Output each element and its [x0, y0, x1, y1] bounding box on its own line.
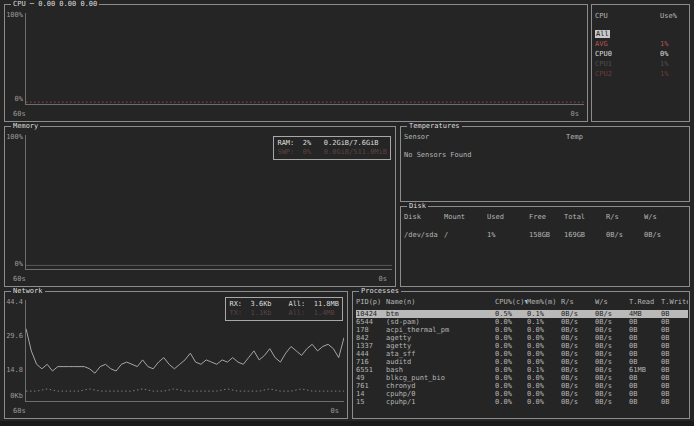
network-panel: Network 44.4 29.6 14.8 0Kb 60s 0s RX: 3.… [4, 291, 348, 419]
process-row[interactable]: 444ata_sff0.0%0.0%0B/s0B/s0B0B [356, 350, 688, 358]
process-cell-4: 0B/s [561, 398, 595, 406]
process-row[interactable]: 6544(sd-pam)0.0%0.1%0B/s0B/s0B0B [356, 318, 688, 326]
process-cell-5: 0B/s [595, 358, 629, 366]
temperatures-panel-title: Temperatures [407, 123, 462, 130]
process-row[interactable]: 842agetty0.0%0.0%0B/s0B/s0B0B [356, 334, 688, 342]
cpu-core-usage: 1% [660, 39, 689, 49]
cpu-legend-row-all[interactable]: All [595, 29, 689, 39]
disk-cell-2: 1% [487, 231, 529, 239]
network-y-label-3: 0Kb [6, 393, 23, 400]
process-cell-1: blkcg_punt_bio [386, 374, 495, 382]
process-cell-2: 0.0% [495, 326, 527, 334]
process-cell-7: 0B [661, 350, 688, 358]
rx-traffic-label: RX: 3.6Kb All: 11.8MB [229, 300, 339, 309]
memory-x-axis-right-label: 0s [379, 276, 387, 283]
network-y-label-0: 44.4 [6, 299, 23, 306]
process-cell-7: 0B [661, 326, 688, 334]
process-cell-3: 0.0% [527, 398, 561, 406]
btm-system-monitor: { "colors": { "bg": "#252525", "panel_bo… [0, 0, 694, 426]
cpu-legend-row-cpu2[interactable]: CPU21% [595, 69, 689, 79]
process-cell-6: 4MB [629, 310, 661, 318]
process-table-header: PID(p)Name(n)CPU%(c)▼Mem%(m)R/sW/sT.Read… [356, 298, 688, 306]
process-cell-6: 0B [629, 318, 661, 326]
process-row[interactable]: 49blkcg_punt_bio0.0%0.0%0B/s0B/s0B0B [356, 374, 688, 382]
process-cell-7: 0B [661, 342, 688, 350]
cpu-core-usage: 0% [660, 49, 689, 59]
process-row[interactable]: 761chronyd0.0%0.0%0B/s0B/s0B0B [356, 382, 688, 390]
process-cell-1: btm [386, 310, 495, 318]
process-cell-1: agetty [386, 334, 495, 342]
process-cell-5: 0B/s [595, 350, 629, 358]
process-row[interactable]: 1337agetty0.0%0.0%0B/s0B/s0B0B [356, 342, 688, 350]
process-cell-1: auditd [386, 358, 495, 366]
cpu-legend-row-avg[interactable]: AVG1% [595, 39, 689, 49]
process-cell-6: 0B [629, 326, 661, 334]
process-cell-0: 49 [356, 374, 386, 382]
process-cell-2: 0.0% [495, 358, 527, 366]
no-sensors-message: No Sensors Found [404, 151, 689, 159]
process-cell-1: agetty [386, 342, 495, 350]
process-row[interactable]: 178acpi_thermal_pm0.0%0.0%0B/s0B/s0B0B [356, 326, 688, 334]
process-header-3[interactable]: Mem%(m) [527, 298, 561, 306]
memory-legend: RAM: 2% 0.2GiB/7.6GiB SWP: 0% 0.0GiB/511… [273, 136, 391, 160]
process-cell-6: 0B [629, 374, 661, 382]
process-cell-0: 761 [356, 382, 386, 390]
process-cell-4: 0B/s [561, 374, 595, 382]
process-cell-4: 0B/s [561, 334, 595, 342]
process-header-2[interactable]: CPU%(c)▼ [495, 298, 527, 306]
process-cell-2: 0.0% [495, 342, 527, 350]
process-row[interactable]: 10424btm0.5%0.1%0B/s0B/s4MB0B [356, 310, 688, 318]
process-cell-4: 0B/s [561, 358, 595, 366]
process-header-7[interactable]: T.Write [661, 298, 688, 306]
cpu-core-name: CPU2 [595, 69, 660, 79]
cpu-legend-panel: CPU Use% AllAVG1%CPU00%CPU11%CPU21% [591, 4, 690, 122]
process-row[interactable]: 14cpuhp/00.0%0.0%0B/s0B/s0B0B [356, 390, 688, 398]
cpu-x-axis-right-label: 0s [571, 111, 579, 118]
processes-panel: Processes PID(p)Name(n)CPU%(c)▼Mem%(m)R/… [352, 291, 690, 419]
process-cell-5: 0B/s [595, 318, 629, 326]
temperatures-header-sensor: Sensor [404, 133, 566, 141]
process-cell-6: 0B [629, 334, 661, 342]
process-header-6[interactable]: T.Read [629, 298, 661, 306]
tx-traffic-label: TX: 1.1Kb All: 1.4MB [229, 309, 339, 318]
process-cell-4: 0B/s [561, 382, 595, 390]
disk-header-5: R/s [606, 213, 644, 221]
process-row[interactable]: 15cpuhp/10.0%0.0%0B/s0B/s0B0B [356, 398, 688, 406]
memory-x-axis-left-label: 60s [13, 276, 26, 283]
cpu-legend-row-cpu0[interactable]: CPU00% [595, 49, 689, 59]
process-cell-7: 0B [661, 318, 688, 326]
process-cell-4: 0B/s [561, 326, 595, 334]
disk-cell-3: 158GB [529, 231, 564, 239]
disk-row[interactable]: /dev/sda/1%158GB169GB0B/s0B/s [404, 231, 689, 239]
process-header-4[interactable]: R/s [561, 298, 595, 306]
ram-usage-label: RAM: 2% 0.2GiB/7.6GiB [277, 139, 387, 148]
process-header-1[interactable]: Name(n) [386, 298, 495, 306]
cpu-legend-rows: AllAVG1%CPU00%CPU11%CPU21% [595, 29, 689, 79]
process-cell-3: 0.0% [527, 374, 561, 382]
process-cell-5: 0B/s [595, 342, 629, 350]
cpu-core-name: AVG [595, 39, 660, 49]
process-row[interactable]: 6551bash0.0%0.1%0B/s0B/s61MB0B [356, 366, 688, 374]
process-cell-5: 0B/s [595, 382, 629, 390]
process-row[interactable]: 716auditd0.0%0.0%0B/s0B/s0B0B [356, 358, 688, 366]
cpu-legend-row-cpu1[interactable]: CPU11% [595, 59, 689, 69]
disk-cell-1: / [444, 231, 487, 239]
process-cell-7: 0B [661, 310, 688, 318]
process-header-5[interactable]: W/s [595, 298, 629, 306]
memory-y-axis-min-label: 0% [6, 261, 23, 268]
memory-panel-title: Memory [11, 123, 40, 130]
process-cell-5: 0B/s [595, 374, 629, 382]
process-cell-5: 0B/s [595, 390, 629, 398]
process-cell-0: 6551 [356, 366, 386, 374]
process-cell-3: 0.1% [527, 318, 561, 326]
process-cell-2: 0.0% [495, 318, 527, 326]
process-cell-4: 0B/s [561, 350, 595, 358]
network-y-label-1: 29.6 [6, 333, 23, 340]
net-series-rx [26, 329, 344, 374]
cpu-core-name: All [595, 29, 660, 39]
process-header-0[interactable]: PID(p) [356, 298, 386, 306]
disk-table-header: DiskMountUsedFreeTotalR/sW/s [404, 213, 689, 221]
process-cell-2: 0.0% [495, 350, 527, 358]
process-cell-2: 0.0% [495, 334, 527, 342]
process-cell-7: 0B [661, 398, 688, 406]
